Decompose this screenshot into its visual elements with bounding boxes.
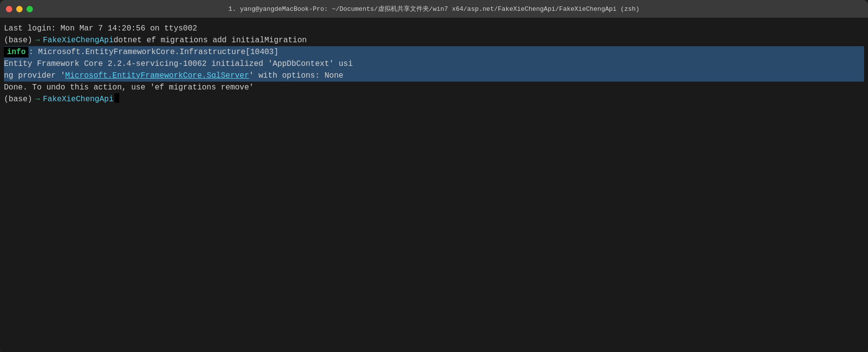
- ef-init-line-1: Entity Framework Core 2.2.4-servicing-10…: [4, 58, 864, 70]
- done-text: Done. To undo this action, use 'ef migra…: [4, 82, 254, 93]
- info-badge: info: [4, 47, 28, 58]
- directory-label-2: FakeXieChengApi: [43, 93, 113, 105]
- ef-text-1: Entity Framework Core 2.2.4-servicing-10…: [4, 59, 353, 68]
- terminal-cursor: [114, 93, 119, 103]
- ef-text-2-after: ' with options: None: [249, 71, 343, 80]
- arrow-icon-2: →: [35, 93, 40, 105]
- terminal-window: 1. yang@yangdeMacBook-Pro: ~/Documents/虚…: [0, 0, 868, 352]
- ef-init-line-2: ng provider 'Microsoft.EntityFrameworkCo…: [4, 70, 864, 82]
- ef-sqlserver-link[interactable]: Microsoft.EntityFrameworkCore.SqlServer: [65, 71, 249, 80]
- terminal-body[interactable]: Last login: Mon Mar 7 14:20:56 on ttys00…: [0, 18, 868, 110]
- ef-text-2-before: ng provider ': [4, 71, 65, 80]
- last-login-text: Last login: Mon Mar 7 14:20:56 on ttys00…: [4, 23, 197, 34]
- info-colon: :: [28, 48, 33, 57]
- titlebar: 1. yang@yangdeMacBook-Pro: ~/Documents/虚…: [0, 0, 868, 18]
- done-line: Done. To undo this action, use 'ef migra…: [4, 82, 864, 93]
- base-label-2: (base): [4, 93, 32, 105]
- window-title: 1. yang@yangdeMacBook-Pro: ~/Documents/虚…: [228, 4, 639, 13]
- command-line-1: (base) → FakeXieChengApi dotnet ef migra…: [4, 34, 864, 46]
- close-button[interactable]: [6, 6, 12, 12]
- arrow-icon-1: →: [35, 34, 40, 46]
- info-text: Microsoft.EntityFrameworkCore.Infrastruc…: [33, 48, 278, 57]
- base-label-1: (base): [4, 34, 32, 46]
- command-line-2: (base) → FakeXieChengApi: [4, 93, 864, 105]
- prompt-2: (base) → FakeXieChengApi: [4, 93, 113, 105]
- traffic-lights: [6, 6, 33, 12]
- directory-label-1: FakeXieChengApi: [43, 34, 113, 46]
- command-text-1: dotnet ef migrations add initialMigratio…: [113, 34, 307, 46]
- prompt-1: (base) → FakeXieChengApi: [4, 34, 113, 46]
- last-login-line: Last login: Mon Mar 7 14:20:56 on ttys00…: [4, 23, 864, 34]
- info-line: info: Microsoft.EntityFrameworkCore.Infr…: [4, 46, 864, 58]
- minimize-button[interactable]: [16, 6, 23, 12]
- maximize-button[interactable]: [27, 6, 33, 12]
